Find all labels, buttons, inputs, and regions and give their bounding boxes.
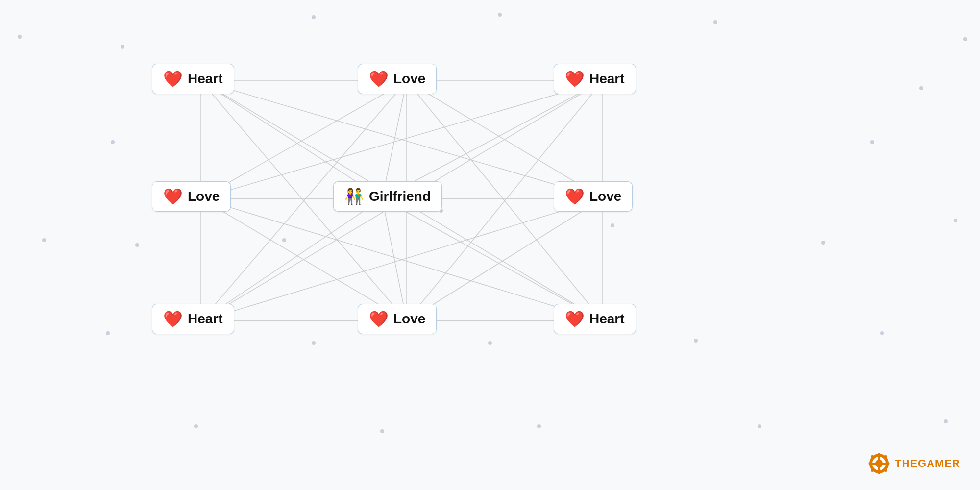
node-n4: ❤️Love [152, 181, 231, 212]
node-emoji-n8: ❤️ [369, 311, 389, 327]
svg-line-26 [201, 198, 382, 321]
node-label-n8: Love [393, 311, 425, 327]
edges-svg [0, 0, 980, 490]
node-emoji-n1: ❤️ [163, 71, 183, 87]
node-label-n3: Heart [589, 71, 625, 87]
svg-point-44 [869, 463, 871, 465]
node-n9: ❤️Heart [554, 304, 636, 334]
node-emoji-n7: ❤️ [163, 311, 183, 327]
svg-point-39 [884, 455, 887, 458]
svg-point-45 [887, 463, 890, 465]
svg-line-27 [382, 198, 407, 321]
node-emoji-n6: ❤️ [565, 189, 585, 204]
node-label-n7: Heart [188, 311, 223, 327]
graph-container: ❤️Heart❤️Love❤️Heart❤️Love👫Girlfriend❤️L… [0, 0, 980, 490]
node-emoji-n2: ❤️ [369, 71, 389, 87]
node-emoji-n4: ❤️ [163, 189, 183, 204]
node-label-n9: Heart [589, 311, 625, 327]
svg-point-42 [878, 453, 881, 456]
svg-point-41 [884, 469, 887, 472]
node-label-n2: Love [393, 71, 425, 87]
svg-line-18 [382, 81, 603, 198]
svg-line-24 [201, 198, 603, 321]
svg-line-30 [407, 198, 603, 321]
node-n5: 👫Girlfriend [333, 181, 442, 212]
svg-line-7 [201, 81, 382, 198]
node-emoji-n5: 👫 [344, 189, 364, 204]
svg-point-38 [871, 455, 874, 458]
node-label-n5: Girlfriend [369, 189, 431, 204]
node-label-n6: Love [589, 189, 621, 204]
node-n6: ❤️Love [554, 181, 633, 212]
node-label-n1: Heart [188, 71, 223, 87]
svg-rect-37 [870, 463, 888, 465]
node-n8: ❤️Love [358, 304, 437, 334]
node-n7: ❤️Heart [152, 304, 234, 334]
svg-line-17 [201, 81, 603, 198]
node-label-n4: Love [188, 189, 220, 204]
svg-line-29 [201, 198, 603, 321]
svg-line-13 [407, 81, 603, 198]
svg-line-12 [382, 81, 407, 198]
thegamer-logo: THEGAMER [868, 453, 960, 474]
svg-line-11 [201, 81, 407, 198]
svg-point-40 [871, 469, 874, 472]
logo-text: THEGAMER [895, 457, 960, 470]
node-emoji-n9: ❤️ [565, 311, 585, 327]
node-n3: ❤️Heart [554, 64, 636, 94]
svg-line-23 [201, 198, 407, 321]
svg-line-28 [382, 198, 603, 321]
node-emoji-n3: ❤️ [565, 71, 585, 87]
node-n2: ❤️Love [358, 64, 437, 94]
svg-point-43 [878, 472, 881, 474]
svg-line-8 [201, 81, 603, 198]
logo-icon [868, 453, 890, 474]
node-n1: ❤️Heart [152, 64, 234, 94]
